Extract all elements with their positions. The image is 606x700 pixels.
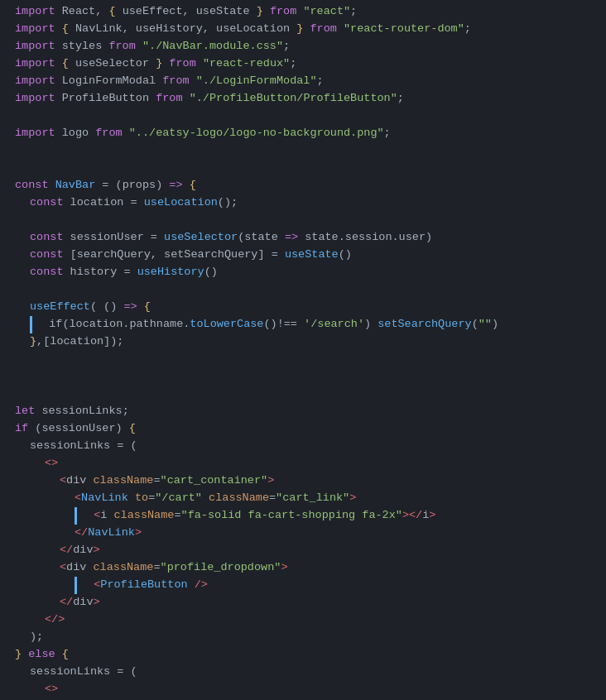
token: history = bbox=[64, 266, 137, 278]
line-content: <> bbox=[45, 455, 58, 472]
token bbox=[80, 578, 94, 591]
code-line: const history = useHistory() bbox=[0, 264, 606, 281]
token: < bbox=[75, 491, 81, 504]
token: ; bbox=[283, 40, 290, 52]
token bbox=[64, 248, 70, 261]
token: ) bbox=[364, 318, 378, 330]
token: "cart_container" bbox=[161, 474, 268, 487]
token: useState bbox=[285, 248, 339, 261]
line-content: import LoginFormModal from "./LoginFormM… bbox=[15, 73, 324, 90]
token: searchQuery, setSearchQuery bbox=[77, 248, 258, 261]
token: (sessionUser) bbox=[28, 422, 129, 434]
token: ProfileButton bbox=[55, 92, 156, 104]
token bbox=[183, 179, 190, 191]
token bbox=[80, 509, 94, 521]
token: import bbox=[15, 5, 55, 17]
line-content: const history = useHistory() bbox=[30, 264, 218, 281]
token: className bbox=[114, 509, 175, 521]
token: sessionLinks; bbox=[35, 405, 128, 417]
code-line: import styles from "./NavBar.module.css"… bbox=[0, 38, 606, 55]
line-content: </> bbox=[45, 611, 65, 629]
code-line: <div className="profile_dropdown"> bbox=[0, 559, 606, 577]
token: from bbox=[156, 92, 190, 104]
code-line bbox=[0, 351, 606, 368]
token: <> bbox=[45, 683, 58, 695]
token: { bbox=[62, 22, 69, 35]
line-content: if (sessionUser) { bbox=[15, 420, 136, 438]
code-line: <> bbox=[0, 455, 606, 472]
line-content: </div> bbox=[60, 542, 100, 559]
line-content: const location = useLocation(); bbox=[30, 194, 238, 212]
token: (); bbox=[218, 196, 238, 209]
token: () bbox=[339, 248, 352, 261]
token: if bbox=[15, 422, 28, 434]
line-content: </div> bbox=[60, 594, 100, 611]
line-content: <i className="fa-solid fa-cart-shopping … bbox=[80, 507, 435, 525]
token: { bbox=[108, 5, 115, 17]
token: "react-router-dom" bbox=[344, 22, 464, 35]
token: const bbox=[30, 266, 64, 278]
token: ; bbox=[290, 57, 296, 70]
code-line bbox=[0, 368, 606, 386]
token: React, bbox=[55, 5, 109, 17]
token: "react" bbox=[303, 5, 350, 17]
token: } bbox=[15, 648, 22, 660]
token: => bbox=[123, 300, 137, 313]
code-line: const location = useLocation(); bbox=[0, 194, 606, 212]
token: ( () bbox=[90, 300, 124, 313]
token: > bbox=[135, 526, 142, 539]
token: ; bbox=[397, 92, 404, 104]
token: "/cart" bbox=[155, 491, 202, 504]
token: setSearchQuery bbox=[378, 318, 471, 330]
token: () bbox=[204, 266, 218, 278]
code-line: import { NavLink, useHistory, useLocatio… bbox=[0, 21, 606, 38]
code-line: </> bbox=[0, 611, 606, 629]
token: i bbox=[100, 509, 113, 521]
code-line: if (sessionUser) { bbox=[0, 420, 606, 438]
token: "profile_dropdown" bbox=[161, 561, 281, 573]
token: useEffect bbox=[30, 300, 90, 313]
token: = bbox=[269, 491, 276, 504]
token: = bbox=[153, 474, 160, 487]
token bbox=[49, 179, 55, 191]
token: </> bbox=[45, 613, 65, 626]
token: = bbox=[265, 248, 285, 261]
token: let bbox=[15, 405, 35, 417]
token: "./ProfileButton/ProfileButton" bbox=[190, 92, 397, 104]
token: styles bbox=[55, 40, 109, 52]
token: location = bbox=[64, 196, 144, 209]
code-line bbox=[0, 386, 606, 403]
token bbox=[55, 57, 62, 70]
token: { bbox=[190, 179, 196, 191]
code-line bbox=[0, 281, 606, 299]
token: div bbox=[66, 561, 93, 573]
token: from bbox=[263, 5, 304, 17]
line-bar bbox=[30, 316, 32, 333]
token: [ bbox=[70, 248, 77, 261]
token: from bbox=[303, 22, 344, 35]
line-content: let sessionLinks; bbox=[15, 403, 129, 420]
token: ProfileButton bbox=[100, 578, 187, 591]
token: toLowerCase bbox=[190, 318, 263, 330]
token: > bbox=[94, 544, 100, 556]
code-line: const NavBar = (props) => { bbox=[0, 177, 606, 194]
token: { bbox=[144, 300, 151, 313]
token: (state bbox=[238, 231, 285, 243]
token: ) bbox=[492, 318, 498, 330]
token: => bbox=[285, 231, 298, 243]
code-line: sessionLinks = ( bbox=[0, 438, 606, 455]
code-line: useEffect( () => { bbox=[0, 299, 606, 316]
token bbox=[55, 648, 62, 660]
line-content: ); bbox=[30, 629, 43, 646]
line-content: if(location.pathname.toLowerCase()!== '/… bbox=[36, 316, 498, 333]
token: ; bbox=[464, 22, 471, 35]
token: sessionLinks = ( bbox=[30, 439, 137, 452]
line-content: import { useSelector } from "react-redux… bbox=[15, 55, 296, 73]
token: </ bbox=[60, 544, 73, 556]
token: "./NavBar.module.css" bbox=[142, 40, 283, 52]
token: useSelector bbox=[69, 57, 156, 70]
token: div bbox=[66, 474, 93, 487]
token: > bbox=[281, 561, 287, 573]
line-content: const sessionUser = useSelector(state =>… bbox=[30, 229, 432, 247]
token: sessionUser = bbox=[64, 231, 165, 243]
